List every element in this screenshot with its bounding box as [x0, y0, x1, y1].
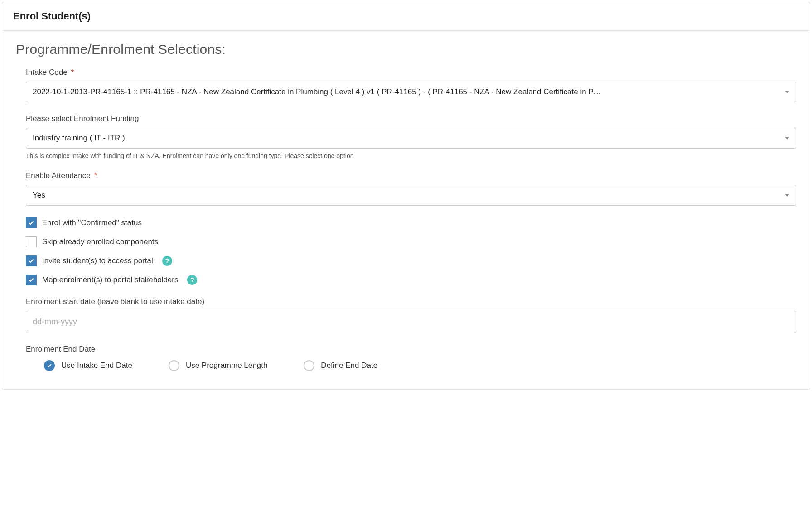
- end-date-label: Enrolment End Date: [26, 345, 796, 354]
- check-icon: [28, 277, 34, 283]
- invite-portal-label: Invite student(s) to access portal: [42, 256, 153, 265]
- map-stakeholders-row: Map enrolment(s) to portal stakeholders …: [16, 275, 796, 285]
- check-icon: [28, 220, 34, 226]
- check-icon: [47, 363, 52, 368]
- use-intake-end-date-radio: [44, 360, 55, 371]
- chevron-down-icon: [785, 91, 789, 93]
- section-title: Programme/Enrolment Selections:: [16, 42, 796, 57]
- page-title: Enrol Student(s): [13, 10, 799, 22]
- help-icon[interactable]: ?: [187, 275, 197, 285]
- attendance-select[interactable]: Yes: [26, 185, 796, 206]
- intake-code-select[interactable]: 2022-10-1-2013-PR-41165-1 :: PR-41165 - …: [26, 82, 796, 102]
- use-intake-end-date-label: Use Intake End Date: [61, 361, 132, 370]
- skip-enrolled-label: Skip already enrolled components: [42, 237, 158, 246]
- funding-value: Industry training ( IT - ITR ): [33, 134, 125, 142]
- use-intake-end-date-option[interactable]: Use Intake End Date: [44, 360, 132, 371]
- card-header: Enrol Student(s): [2, 2, 810, 31]
- chevron-down-icon: [785, 137, 789, 140]
- attendance-label: Enable Attendance *: [26, 171, 796, 180]
- skip-enrolled-row: Skip already enrolled components: [16, 236, 796, 247]
- map-stakeholders-checkbox[interactable]: [26, 275, 37, 285]
- card-body: Programme/Enrolment Selections: Intake C…: [2, 31, 810, 389]
- checkbox-block: Enrol with "Confirmed" status Skip alrea…: [16, 217, 796, 285]
- use-programme-length-radio: [169, 360, 179, 371]
- attendance-label-text: Enable Attendance: [26, 171, 91, 180]
- attendance-group: Enable Attendance * Yes: [16, 171, 796, 206]
- intake-code-value: 2022-10-1-2013-PR-41165-1 :: PR-41165 - …: [33, 87, 601, 96]
- required-star: *: [71, 68, 74, 77]
- check-icon: [28, 258, 34, 264]
- invite-portal-checkbox[interactable]: [26, 256, 37, 266]
- confirmed-status-label: Enrol with "Confirmed" status: [42, 218, 142, 227]
- required-star: *: [94, 171, 97, 180]
- use-programme-length-option[interactable]: Use Programme Length: [169, 360, 267, 371]
- invite-portal-row: Invite student(s) to access portal ?: [16, 256, 796, 266]
- use-programme-length-label: Use Programme Length: [186, 361, 267, 370]
- define-end-date-option[interactable]: Define End Date: [304, 360, 377, 371]
- attendance-value: Yes: [33, 191, 45, 199]
- funding-select[interactable]: Industry training ( IT - ITR ): [26, 128, 796, 149]
- funding-group: Please select Enrolment Funding Industry…: [16, 114, 796, 159]
- end-date-radio-row: Use Intake End Date Use Programme Length…: [26, 360, 796, 371]
- map-stakeholders-label: Map enrolment(s) to portal stakeholders: [42, 275, 178, 284]
- enrol-students-card: Enrol Student(s) Programme/Enrolment Sel…: [2, 2, 810, 390]
- funding-label: Please select Enrolment Funding: [26, 114, 796, 123]
- confirmed-status-row: Enrol with "Confirmed" status: [16, 217, 796, 228]
- funding-help-text: This is complex Intake with funding of I…: [26, 152, 796, 159]
- define-end-date-label: Define End Date: [321, 361, 377, 370]
- start-date-label: Enrolment start date (leave blank to use…: [26, 297, 796, 306]
- skip-enrolled-checkbox[interactable]: [26, 236, 37, 247]
- confirmed-status-checkbox[interactable]: [26, 217, 37, 228]
- start-date-input[interactable]: [26, 311, 796, 333]
- help-icon[interactable]: ?: [162, 256, 172, 266]
- intake-code-group: Intake Code * 2022-10-1-2013-PR-41165-1 …: [16, 68, 796, 102]
- chevron-down-icon: [785, 194, 789, 197]
- start-date-group: Enrolment start date (leave blank to use…: [16, 297, 796, 333]
- intake-code-label: Intake Code *: [26, 68, 796, 77]
- intake-code-label-text: Intake Code: [26, 68, 68, 77]
- end-date-group: Enrolment End Date Use Intake End Date U…: [16, 345, 796, 371]
- define-end-date-radio: [304, 360, 314, 371]
